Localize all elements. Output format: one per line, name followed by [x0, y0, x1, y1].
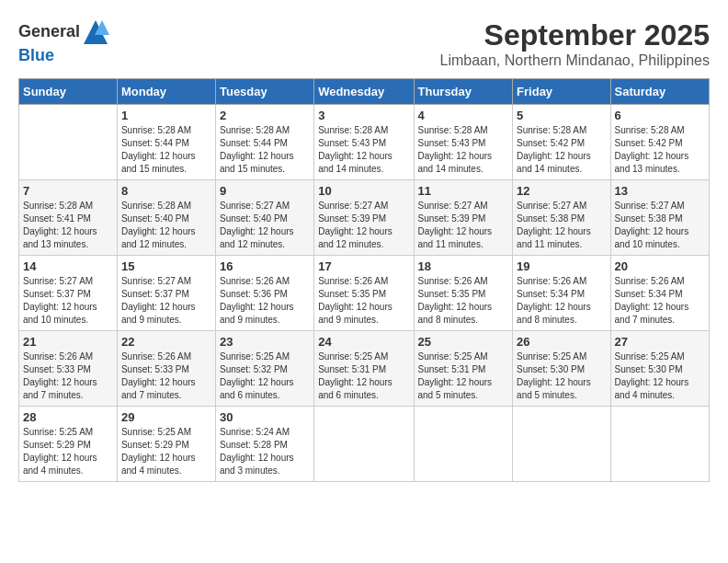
calendar-cell: 1Sunrise: 5:28 AM Sunset: 5:44 PM Daylig…: [117, 105, 215, 180]
day-info: Sunrise: 5:26 AM Sunset: 5:35 PM Dayligh…: [418, 275, 509, 327]
day-number: 29: [121, 410, 211, 424]
day-number: 6: [615, 109, 705, 122]
calendar-cell: 27Sunrise: 5:25 AM Sunset: 5:30 PM Dayli…: [610, 331, 709, 407]
calendar-week-4: 21Sunrise: 5:26 AM Sunset: 5:33 PM Dayli…: [19, 331, 710, 407]
day-number: 1: [121, 109, 211, 122]
day-number: 4: [418, 109, 509, 122]
weekday-header-thursday: Thursday: [414, 79, 513, 105]
day-number: 24: [318, 335, 409, 349]
day-number: 2: [220, 109, 310, 122]
day-info: Sunrise: 5:27 AM Sunset: 5:39 PM Dayligh…: [318, 200, 409, 251]
day-info: Sunrise: 5:28 AM Sunset: 5:40 PM Dayligh…: [121, 200, 211, 251]
day-info: Sunrise: 5:28 AM Sunset: 5:44 PM Dayligh…: [220, 124, 310, 176]
location-title: Limbaan, Northern Mindanao, Philippines: [439, 52, 710, 69]
calendar-cell: 8Sunrise: 5:28 AM Sunset: 5:40 PM Daylig…: [117, 180, 215, 256]
day-number: 11: [418, 184, 509, 198]
day-number: 16: [220, 259, 310, 273]
calendar-cell: 5Sunrise: 5:28 AM Sunset: 5:42 PM Daylig…: [513, 105, 610, 180]
day-info: Sunrise: 5:25 AM Sunset: 5:32 PM Dayligh…: [220, 350, 310, 402]
logo-blue: Blue: [18, 46, 54, 64]
calendar-cell: 6Sunrise: 5:28 AM Sunset: 5:42 PM Daylig…: [610, 105, 709, 180]
weekday-header-monday: Monday: [117, 79, 215, 105]
day-info: Sunrise: 5:25 AM Sunset: 5:30 PM Dayligh…: [615, 350, 705, 402]
day-number: 22: [121, 335, 211, 349]
day-number: 21: [23, 335, 113, 349]
day-number: 15: [121, 259, 211, 273]
day-number: 17: [318, 259, 409, 273]
calendar-cell: [19, 105, 118, 180]
day-number: 12: [517, 184, 606, 198]
day-number: 5: [517, 109, 606, 122]
day-info: Sunrise: 5:24 AM Sunset: 5:28 PM Dayligh…: [220, 426, 310, 477]
calendar-cell: 28Sunrise: 5:25 AM Sunset: 5:29 PM Dayli…: [19, 407, 118, 482]
calendar-cell: 17Sunrise: 5:26 AM Sunset: 5:35 PM Dayli…: [314, 256, 414, 331]
day-info: Sunrise: 5:25 AM Sunset: 5:30 PM Dayligh…: [517, 350, 606, 402]
calendar-cell: 16Sunrise: 5:26 AM Sunset: 5:36 PM Dayli…: [215, 256, 313, 331]
day-number: 8: [121, 184, 211, 198]
calendar-week-1: 1Sunrise: 5:28 AM Sunset: 5:44 PM Daylig…: [19, 105, 710, 180]
day-info: Sunrise: 5:27 AM Sunset: 5:39 PM Dayligh…: [418, 200, 509, 251]
calendar-header: SundayMondayTuesdayWednesdayThursdayFrid…: [19, 79, 710, 105]
day-number: 10: [318, 184, 409, 198]
calendar-cell: 9Sunrise: 5:27 AM Sunset: 5:40 PM Daylig…: [215, 180, 313, 256]
weekday-header-saturday: Saturday: [610, 79, 709, 105]
day-number: 18: [418, 259, 509, 273]
day-info: Sunrise: 5:26 AM Sunset: 5:36 PM Dayligh…: [220, 275, 310, 327]
calendar-week-5: 28Sunrise: 5:25 AM Sunset: 5:29 PM Dayli…: [19, 407, 710, 482]
day-info: Sunrise: 5:26 AM Sunset: 5:34 PM Dayligh…: [517, 275, 606, 327]
calendar-cell: 29Sunrise: 5:25 AM Sunset: 5:29 PM Dayli…: [117, 407, 215, 482]
calendar-cell: 11Sunrise: 5:27 AM Sunset: 5:39 PM Dayli…: [414, 180, 513, 256]
day-info: Sunrise: 5:25 AM Sunset: 5:29 PM Dayligh…: [23, 426, 113, 477]
calendar-cell: 13Sunrise: 5:27 AM Sunset: 5:38 PM Dayli…: [610, 180, 709, 256]
day-info: Sunrise: 5:28 AM Sunset: 5:42 PM Dayligh…: [517, 124, 606, 176]
calendar-week-2: 7Sunrise: 5:28 AM Sunset: 5:41 PM Daylig…: [19, 180, 710, 256]
day-info: Sunrise: 5:28 AM Sunset: 5:41 PM Dayligh…: [23, 200, 113, 251]
calendar-cell: [414, 407, 513, 482]
day-info: Sunrise: 5:25 AM Sunset: 5:31 PM Dayligh…: [418, 350, 509, 402]
day-info: Sunrise: 5:25 AM Sunset: 5:29 PM Dayligh…: [121, 426, 211, 477]
day-number: 7: [23, 184, 113, 198]
day-number: 3: [318, 109, 409, 122]
page-header: General Blue September 2025 Limbaan, Nor…: [18, 18, 710, 69]
calendar-cell: 24Sunrise: 5:25 AM Sunset: 5:31 PM Dayli…: [314, 331, 414, 407]
day-info: Sunrise: 5:27 AM Sunset: 5:40 PM Dayligh…: [220, 200, 310, 251]
day-info: Sunrise: 5:27 AM Sunset: 5:37 PM Dayligh…: [23, 275, 113, 327]
day-info: Sunrise: 5:28 AM Sunset: 5:43 PM Dayligh…: [318, 124, 409, 176]
calendar-cell: 19Sunrise: 5:26 AM Sunset: 5:34 PM Dayli…: [513, 256, 610, 331]
calendar-cell: 30Sunrise: 5:24 AM Sunset: 5:28 PM Dayli…: [215, 407, 313, 482]
day-info: Sunrise: 5:27 AM Sunset: 5:37 PM Dayligh…: [121, 275, 211, 327]
day-number: 20: [615, 259, 705, 273]
day-info: Sunrise: 5:27 AM Sunset: 5:38 PM Dayligh…: [517, 200, 606, 251]
day-number: 19: [517, 259, 606, 273]
calendar-cell: 21Sunrise: 5:26 AM Sunset: 5:33 PM Dayli…: [19, 331, 118, 407]
calendar-cell: 25Sunrise: 5:25 AM Sunset: 5:31 PM Dayli…: [414, 331, 513, 407]
day-info: Sunrise: 5:28 AM Sunset: 5:44 PM Dayligh…: [121, 124, 211, 176]
calendar-cell: 26Sunrise: 5:25 AM Sunset: 5:30 PM Dayli…: [513, 331, 610, 407]
day-number: 25: [418, 335, 509, 349]
day-number: 13: [615, 184, 705, 198]
logo-general: General: [18, 22, 80, 40]
day-number: 27: [615, 335, 705, 349]
day-info: Sunrise: 5:26 AM Sunset: 5:34 PM Dayligh…: [615, 275, 705, 327]
calendar-cell: 14Sunrise: 5:27 AM Sunset: 5:37 PM Dayli…: [19, 256, 118, 331]
day-number: 28: [23, 410, 113, 424]
calendar-cell: 4Sunrise: 5:28 AM Sunset: 5:43 PM Daylig…: [414, 105, 513, 180]
weekday-header-wednesday: Wednesday: [314, 79, 414, 105]
day-info: Sunrise: 5:26 AM Sunset: 5:33 PM Dayligh…: [23, 350, 113, 402]
day-info: Sunrise: 5:26 AM Sunset: 5:35 PM Dayligh…: [318, 275, 409, 327]
logo: General Blue: [18, 18, 109, 66]
calendar-cell: 15Sunrise: 5:27 AM Sunset: 5:37 PM Dayli…: [117, 256, 215, 331]
day-info: Sunrise: 5:27 AM Sunset: 5:38 PM Dayligh…: [615, 200, 705, 251]
day-info: Sunrise: 5:26 AM Sunset: 5:33 PM Dayligh…: [121, 350, 211, 402]
calendar-cell: 22Sunrise: 5:26 AM Sunset: 5:33 PM Dayli…: [117, 331, 215, 407]
calendar-cell: 2Sunrise: 5:28 AM Sunset: 5:44 PM Daylig…: [215, 105, 313, 180]
weekday-header-tuesday: Tuesday: [215, 79, 313, 105]
calendar-body: 1Sunrise: 5:28 AM Sunset: 5:44 PM Daylig…: [19, 105, 710, 482]
calendar-cell: [610, 407, 709, 482]
day-number: 30: [220, 410, 310, 424]
calendar-cell: [314, 407, 414, 482]
weekday-header-sunday: Sunday: [19, 79, 118, 105]
day-number: 26: [517, 335, 606, 349]
calendar-cell: 18Sunrise: 5:26 AM Sunset: 5:35 PM Dayli…: [414, 256, 513, 331]
calendar-cell: [513, 407, 610, 482]
